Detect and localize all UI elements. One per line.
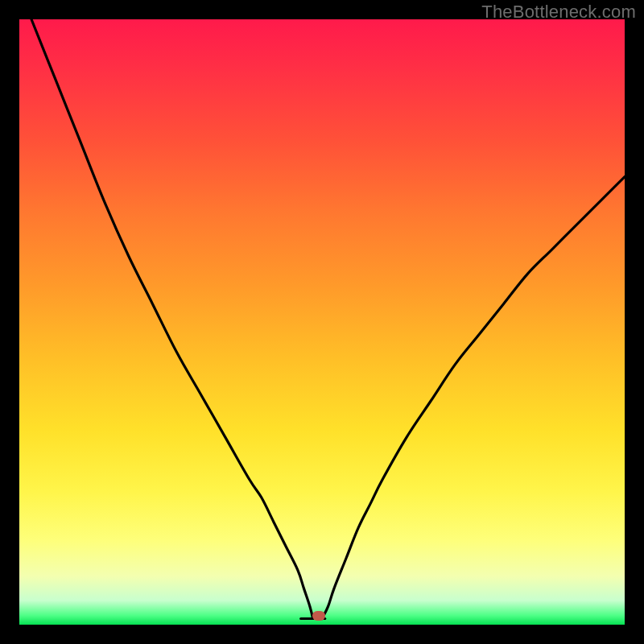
chart-frame: TheBottleneck.com bbox=[0, 0, 644, 644]
curve-right-branch bbox=[322, 177, 625, 619]
plot-area bbox=[19, 19, 625, 625]
curve-left-branch bbox=[31, 19, 313, 618]
optimal-point-marker bbox=[312, 611, 325, 621]
bottleneck-curve bbox=[19, 19, 625, 625]
